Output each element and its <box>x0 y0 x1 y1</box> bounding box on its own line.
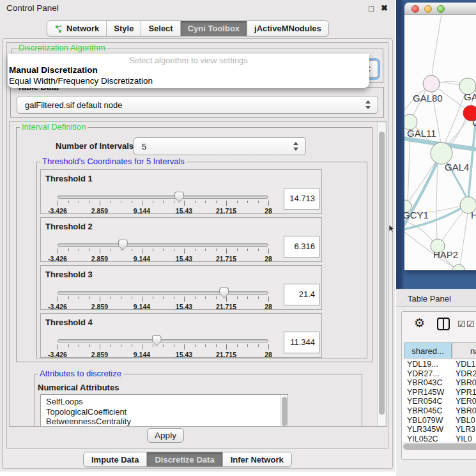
list-item[interactable]: TopologicalCoefficient <box>41 407 288 417</box>
list-scrollbar-thumb[interactable] <box>282 397 287 426</box>
table-row[interactable]: YPR145WYPR1 <box>402 388 476 397</box>
option-equal-width-frequency[interactable]: Equal Width/Frequency Discretization <box>9 76 153 86</box>
tick-label: 21.715 <box>208 255 244 263</box>
tick-labels: -3.4262.8599.14415.4321.71528 <box>58 351 268 358</box>
float-window-icon[interactable]: □ <box>369 4 374 13</box>
gear-icon[interactable]: ⚙ <box>414 317 425 329</box>
number-of-intervals-spinner[interactable]: 5 <box>134 137 306 155</box>
option-manual-discretization[interactable]: Manual Discretization <box>9 65 98 75</box>
threshold-2-value-field[interactable]: 6.316 <box>284 236 319 257</box>
tab-cyni-toolbox[interactable]: Cyni Toolbox <box>181 21 247 36</box>
node-label-gal11: GAL11 <box>407 128 436 139</box>
checkbox-icon[interactable]: ☑ <box>466 319 475 329</box>
tick-label: 2.859 <box>82 255 118 263</box>
column-header-name[interactable]: na <box>452 342 476 358</box>
list-item[interactable]: BetweennessCentrality <box>41 417 288 427</box>
tick-label: 21.715 <box>208 207 244 215</box>
number-of-intervals-value: 5 <box>142 138 146 156</box>
slider-thumb[interactable] <box>118 240 128 250</box>
threshold-3-label: Threshold 3 <box>45 270 93 279</box>
table-row[interactable]: YIL052CYIL0 <box>402 434 476 441</box>
tab-discretize-data[interactable]: Discretize Data <box>147 452 222 466</box>
table-row[interactable]: YDR27...YDR2 <box>402 369 476 379</box>
slider-thumb[interactable] <box>152 335 162 346</box>
table-row[interactable]: YBR045CYBR0 <box>402 406 476 416</box>
node-label-top-right: GA <box>464 91 476 102</box>
number-of-intervals-label: Number of Intervals <box>56 141 134 151</box>
discretization-algorithm-group-title: Discretization Algorithm <box>17 43 107 52</box>
threshold-3-slider[interactable]: -3.4262.8599.14415.4321.71528 <box>58 288 268 311</box>
tick-labels: -3.4262.8599.14415.4321.71528 <box>58 207 268 215</box>
node-bottom[interactable] <box>452 265 465 270</box>
horizontal-scrollbar-thumb[interactable] <box>403 443 476 450</box>
checkbox-icon[interactable]: ☑ <box>457 319 466 329</box>
zoom-window-icon[interactable] <box>437 5 445 13</box>
interval-definition-group-title: Interval Definition <box>20 123 88 132</box>
table-data-selected-value: galFiltered.sif default node <box>25 96 122 114</box>
bottom-tab-bar: Impute Data Discretize Data Infer Networ… <box>83 452 292 467</box>
slider-thumb[interactable] <box>219 288 229 298</box>
table-row[interactable]: YER054CYER0 <box>402 397 476 406</box>
close-window-icon[interactable] <box>411 5 419 13</box>
node-label-gal80: GAL80 <box>413 93 443 104</box>
threshold-1-slider[interactable]: -3.4262.8599.14415.4321.71528 <box>58 192 268 215</box>
spinner-arrows-icon <box>293 142 299 151</box>
numerical-attributes-label: Numerical Attributes <box>38 383 119 392</box>
combo-arrows-icon <box>365 100 371 109</box>
algorithm-prompt: Select algorithm to view settings <box>8 56 369 65</box>
tick-label: -3.426 <box>40 255 75 263</box>
table-panel-title: Table Panel <box>408 294 451 303</box>
attributes-group-title: Attributes to discretize <box>38 369 123 378</box>
split-columns-icon[interactable] <box>437 318 450 330</box>
node-label-hap2: HAP2 <box>433 249 458 260</box>
slider-track[interactable] <box>58 339 268 342</box>
slider-track[interactable] <box>58 243 268 247</box>
close-icon[interactable]: ✖ <box>381 3 388 13</box>
thresholds-group-title: Threshold's Coordinates for 5 Intervals <box>40 157 187 166</box>
table-row[interactable]: YBR043CYBR0 <box>402 378 476 388</box>
control-panel: Control Panel □ ✖ Network Style Select C… <box>0 0 395 472</box>
minimize-window-icon[interactable] <box>424 5 432 13</box>
slider-ticks <box>58 249 268 254</box>
threshold-1-value-field[interactable]: 14.713 <box>284 188 319 210</box>
network-canvas[interactable]: GAL80 GA C GAL11 GAL4 GCY1 H HAP2 <box>404 15 476 270</box>
tick-label: -3.426 <box>40 207 75 215</box>
node-label-gcy1: GCY1 <box>404 210 429 220</box>
tick-label: 15.43 <box>166 351 202 358</box>
tick-label: 21.715 <box>208 303 244 311</box>
node-gal4[interactable] <box>431 142 452 164</box>
threshold-4-value-field[interactable]: 11.344 <box>284 332 319 353</box>
tab-impute-data[interactable]: Impute Data <box>84 452 147 466</box>
table-row[interactable]: YLR345WYLR3 <box>402 425 476 434</box>
tab-jactivemnodules[interactable]: jActiveMNodules <box>247 21 328 36</box>
settings-scrollbar-thumb[interactable] <box>379 132 385 415</box>
tab-infer-network[interactable]: Infer Network <box>223 452 291 466</box>
threshold-4-slider[interactable]: -3.4262.8599.14415.4321.71528 <box>58 335 268 358</box>
slider-ticks <box>58 296 268 302</box>
apply-button[interactable]: Apply <box>147 428 184 443</box>
node-gal80[interactable] <box>423 75 440 92</box>
slider-track[interactable] <box>58 196 268 199</box>
table-data-combobox[interactable]: galFiltered.sif default node <box>17 96 378 114</box>
tab-network[interactable]: Network <box>47 21 107 36</box>
list-scrollbar[interactable] <box>280 395 288 427</box>
table-row[interactable]: YDL19...YDL1 <box>402 360 476 369</box>
column-header-shared-name[interactable]: shared... <box>404 342 452 358</box>
tab-select[interactable]: Select <box>141 21 180 36</box>
settings-scrollbar[interactable] <box>377 123 385 426</box>
threshold-row-3: Threshold 3 -3.4262.8599.14415.4321.7152… <box>40 265 322 310</box>
slider-thumb[interactable] <box>174 192 184 203</box>
table-rows-viewport: YDL19...YDL1 YDR27...YDR2 YBR043CYBR0 YP… <box>402 360 476 441</box>
list-item[interactable]: SelfLoops <box>41 397 288 407</box>
tab-style[interactable]: Style <box>107 21 141 36</box>
numerical-attributes-list[interactable]: SelfLoops TopologicalCoefficient Between… <box>40 394 288 427</box>
top-tab-bar: Network Style Select Cyni Toolbox jActiv… <box>47 20 329 36</box>
tick-label: -3.426 <box>40 303 75 311</box>
threshold-2-slider[interactable]: -3.4262.8599.14415.4321.71528 <box>58 240 268 263</box>
slider-track[interactable] <box>58 291 268 295</box>
table-row[interactable]: YBL079WYBL0 <box>402 416 476 426</box>
algorithm-dropdown-popup: Select algorithm to view settings Manual… <box>8 54 369 88</box>
tick-label: 9.144 <box>124 351 160 358</box>
threshold-3-value-field[interactable]: 21.4 <box>284 284 319 305</box>
tick-label: 2.859 <box>82 303 118 311</box>
